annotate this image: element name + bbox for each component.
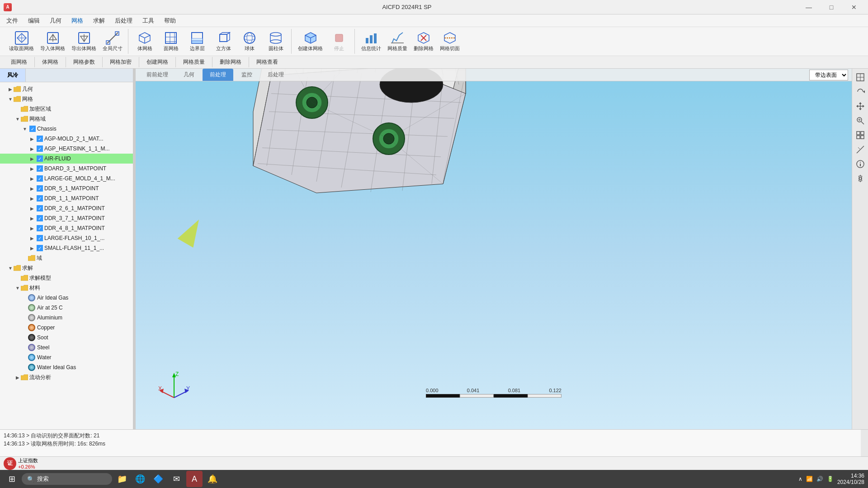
view-mode-dropdown[interactable]: 带边表面 线框 实体 — [809, 70, 848, 80]
tree-node-chassis[interactable]: ▼ ✓ Chassis — [0, 124, 133, 134]
tree-node-board-3-1[interactable]: ▶ ✓ BOARD_3_1_MATPOINT — [0, 164, 133, 174]
taskbar-edge-btn[interactable]: 🔷 — [150, 471, 166, 487]
tree-node-water[interactable]: Water — [0, 352, 133, 362]
checkbox-ddr-3[interactable]: ✓ — [37, 215, 43, 221]
zoom-btn[interactable] — [854, 114, 867, 127]
tree-node-air-fluid[interactable]: ▶ ✓ AIR-FLUID — [0, 154, 133, 164]
import-mesh-button[interactable]: 导入体网格 — [38, 29, 68, 54]
tab-pre-pre-process[interactable]: 前前处理 — [139, 69, 175, 81]
tray-sound-icon[interactable]: 🔊 — [816, 476, 823, 482]
tree-node-soot[interactable]: Soot — [0, 333, 133, 343]
export-mesh-button[interactable]: 导出体网格 — [69, 29, 99, 54]
info-btn[interactable] — [854, 157, 867, 171]
tree-node-water-ideal-gas[interactable]: Water Ideal Gas — [0, 362, 133, 372]
tree-node-solver[interactable]: ▼ 求解 — [0, 263, 133, 273]
stop-button[interactable]: 停止 — [326, 29, 352, 54]
tree-node-agp-heatsink[interactable]: ▶ ✓ AGP_HEATSINK_1_1_M... — [0, 144, 133, 154]
taskbar-app2-btn[interactable]: 🔔 — [204, 471, 221, 487]
taskbar-browser-btn[interactable]: 🌐 — [132, 471, 148, 487]
tree-node-mesh-domain[interactable]: ▼ 网格域 — [0, 114, 133, 124]
tree-node-ddr-2-6[interactable]: ▶ ✓ DDR_2_6_1_MATPOINT — [0, 203, 133, 213]
tray-battery-icon[interactable]: 🔋 — [827, 476, 834, 482]
tree-node-air-ideal-gas[interactable]: Air Ideal Gas — [0, 293, 133, 303]
checkbox-board[interactable]: ✓ — [37, 165, 43, 172]
tree-node-large-ge-mold[interactable]: ▶ ✓ LARGE-GE_MOLD_4_1_M... — [0, 174, 133, 183]
tree-node-aluminium[interactable]: Aluminium — [0, 313, 133, 323]
measure-btn[interactable] — [854, 143, 867, 156]
tab-geometry[interactable]: 几何 — [176, 69, 202, 81]
menu-solve[interactable]: 求解 — [89, 15, 109, 27]
section-mesh-params[interactable]: 网格参数 — [66, 57, 103, 67]
menu-edit[interactable]: 编辑 — [24, 15, 44, 27]
minimize-button[interactable]: — — [798, 0, 819, 14]
tree-node-refine-zone[interactable]: 加密区域 — [0, 104, 133, 114]
log-scrollbar[interactable] — [861, 430, 868, 456]
tree-node-ddr-1-1[interactable]: ▶ ✓ DDR_1_1_MATPOINT — [0, 193, 133, 203]
face-mesh-button[interactable]: 面网格 — [158, 29, 184, 54]
delete-mesh-button[interactable]: 删除网格 — [411, 29, 436, 54]
taskbar-mail-btn[interactable]: ✉ — [168, 471, 184, 487]
section-mesh-quality[interactable]: 网格质量 — [176, 57, 212, 67]
global-size-button[interactable]: 全局尺寸 — [100, 29, 125, 54]
tab-cooling[interactable]: 风冷 — [0, 69, 26, 82]
checkbox-air-fluid[interactable]: ✓ — [37, 155, 43, 162]
taskbar-folder-btn[interactable]: 📁 — [114, 471, 130, 487]
cube-button[interactable]: 立方体 — [211, 29, 236, 54]
mesh-quality-button[interactable]: 网格质量 — [385, 29, 410, 54]
section-volume-mesh[interactable]: 体网格 — [35, 57, 66, 67]
tree-node-mesh[interactable]: ▼ 网格 — [0, 94, 133, 104]
tree-node-ddr-3-7[interactable]: ▶ ✓ DDR_3_7_1_MATPOINT — [0, 213, 133, 223]
section-mesh-view[interactable]: 网格查看 — [249, 57, 285, 67]
section-mesh-refine[interactable]: 网格加密 — [103, 57, 139, 67]
start-button[interactable]: ⊞ — [4, 471, 20, 487]
tree-node-ddr-4-8[interactable]: ▶ ✓ DDR_4_8_1_MATPOINT — [0, 223, 133, 233]
view-select-btn[interactable] — [854, 128, 867, 142]
menu-geometry[interactable]: 几何 — [45, 15, 66, 27]
sphere-button[interactable]: 球体 — [237, 29, 262, 54]
tray-network-icon[interactable]: 📶 — [806, 476, 813, 482]
menu-help[interactable]: 帮助 — [160, 15, 180, 27]
settings-btn[interactable] — [854, 172, 867, 185]
tree-node-copper[interactable]: Copper — [0, 323, 133, 333]
viewer[interactable]: 前前处理 几何 前处理 监控 后处理 带边表面 线框 实体 — [136, 69, 852, 429]
tab-monitor[interactable]: 监控 — [234, 69, 259, 81]
tree-node-small-flash[interactable]: ▶ ✓ SMALL-FLASH_11_1_... — [0, 243, 133, 253]
checkbox-small-flash[interactable]: ✓ — [37, 245, 43, 251]
menu-mesh[interactable]: 网格 — [67, 15, 88, 27]
volume-mesh-button[interactable]: 体网格 — [132, 29, 157, 54]
mesh-slice-button[interactable]: 网格切面 — [437, 29, 462, 54]
tree-node-materials[interactable]: ▼ 材料 — [0, 283, 133, 293]
tree-node-geometry[interactable]: ▶ 几何 — [0, 84, 133, 94]
tree-node-ddr-5-1[interactable]: ▶ ✓ DDR_5_1_MATPOINT — [0, 183, 133, 193]
section-face-mesh[interactable]: 面网格 — [4, 57, 35, 67]
checkbox-agp-mold[interactable]: ✓ — [37, 136, 43, 142]
checkbox-large-flash[interactable]: ✓ — [37, 235, 43, 241]
tree-node-air-at-25[interactable]: Air at 25 C — [0, 303, 133, 313]
section-delete-mesh[interactable]: 删除网格 — [212, 57, 249, 67]
tab-post-process[interactable]: 后处理 — [260, 69, 291, 81]
view-fit-btn[interactable] — [854, 70, 867, 84]
checkbox-ddr-4[interactable]: ✓ — [37, 225, 43, 231]
taskbar-app1-btn[interactable]: A — [186, 471, 203, 487]
info-stats-button[interactable]: 信息统计 — [359, 29, 384, 54]
tray-expand-icon[interactable]: ∧ — [798, 476, 802, 482]
menu-postprocess[interactable]: 后处理 — [110, 15, 137, 27]
pan-btn[interactable] — [854, 99, 867, 113]
tree-node-domains[interactable]: 域 — [0, 253, 133, 263]
tree-node-agp-mold[interactable]: ▶ ✓ AGP-MOLD_2_1_MAT... — [0, 134, 133, 144]
maximize-button[interactable]: □ — [821, 0, 842, 14]
checkbox-ddr-5[interactable]: ✓ — [37, 185, 43, 192]
boundary-layer-button[interactable]: 边界层 — [184, 29, 210, 54]
checkbox-ddr-1[interactable]: ✓ — [37, 195, 43, 202]
tree-node-fluid-analysis[interactable]: ▶ 流动分析 — [0, 372, 133, 382]
checkbox-ddr-2[interactable]: ✓ — [37, 205, 43, 211]
tree-node-steel[interactable]: Steel — [0, 343, 133, 352]
tree-node-solver-model[interactable]: 求解模型 — [0, 273, 133, 283]
checkbox-agp-heatsink[interactable]: ✓ — [37, 145, 43, 152]
close-button[interactable]: ✕ — [844, 0, 864, 14]
cylinder-button[interactable]: 圆柱体 — [263, 29, 288, 54]
create-volume-mesh-button[interactable]: 创建体网格 — [295, 29, 326, 54]
taskbar-search[interactable]: 🔍 搜索 — [22, 473, 112, 485]
system-time[interactable]: 14:36 2024/10/28 — [837, 473, 864, 485]
tab-pre-process[interactable]: 前处理 — [203, 69, 233, 81]
